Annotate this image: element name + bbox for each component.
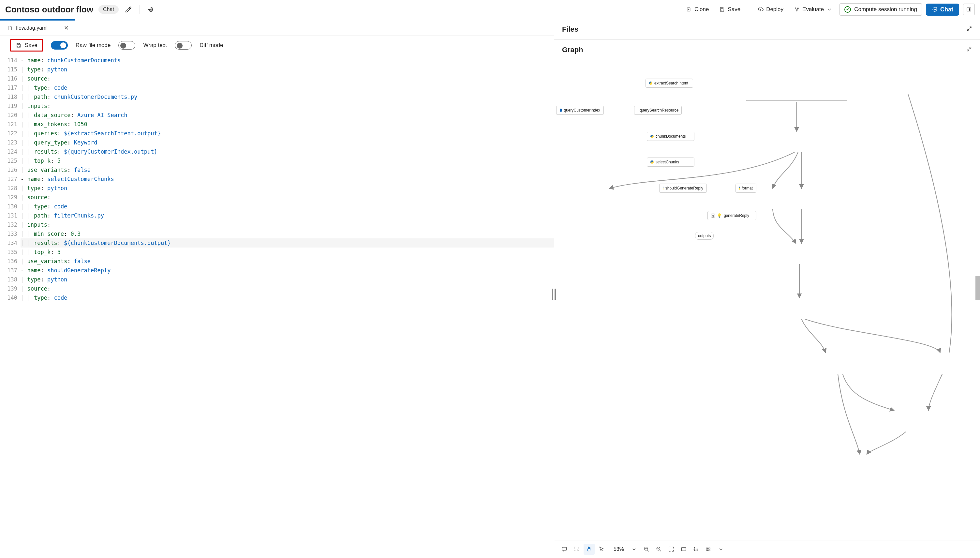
panel-toggle-icon[interactable] bbox=[963, 3, 975, 15]
diff-mode-label: Diff mode bbox=[200, 42, 223, 49]
chevron-down-icon bbox=[826, 7, 833, 12]
node-outputs[interactable]: outputs bbox=[695, 232, 714, 240]
node-query-customer-index[interactable]: queryCustomerIndex bbox=[556, 106, 604, 115]
node-extract-search-intent[interactable]: extractSearchIntent bbox=[646, 79, 693, 88]
svg-point-4 bbox=[934, 10, 934, 10]
svg-rect-18 bbox=[709, 548, 710, 549]
history-icon[interactable] bbox=[145, 3, 157, 15]
python-icon bbox=[651, 135, 654, 138]
evaluate-label: Evaluate bbox=[802, 6, 824, 13]
node-label: queryCustomerIndex bbox=[564, 108, 600, 113]
node-query-search-resource[interactable]: querySearchResource bbox=[634, 106, 682, 115]
zoom-dropdown-icon[interactable] bbox=[629, 544, 640, 555]
python-icon bbox=[663, 187, 664, 190]
select-tool-icon[interactable] bbox=[571, 544, 582, 555]
page-header: Contoso outdoor flow Chat Clone Save Dep… bbox=[0, 0, 980, 19]
save-button[interactable]: Save bbox=[10, 39, 43, 51]
comment-tool-icon[interactable] bbox=[559, 544, 570, 555]
deploy-button[interactable]: Deploy bbox=[754, 4, 787, 15]
collapse-icon[interactable] bbox=[966, 46, 972, 54]
more-dropdown-icon[interactable] bbox=[715, 544, 726, 555]
close-tab-icon[interactable]: ✕ bbox=[51, 25, 69, 32]
graph-panel-header: Graph bbox=[554, 40, 980, 60]
svg-point-6 bbox=[935, 10, 936, 10]
divider bbox=[139, 5, 140, 14]
zoom-in-icon[interactable] bbox=[641, 544, 652, 555]
node-format[interactable]: format bbox=[736, 184, 756, 193]
save-icon bbox=[16, 43, 21, 48]
diff-mode-toggle[interactable] bbox=[175, 41, 192, 49]
minimap-icon[interactable] bbox=[703, 544, 714, 555]
svg-point-5 bbox=[935, 10, 935, 10]
compute-status[interactable]: ✓ Compute session running bbox=[839, 3, 922, 16]
node-label: generateReply bbox=[724, 213, 749, 218]
node-should-generate-reply[interactable]: shouldGenerateReply bbox=[659, 184, 707, 193]
svg-rect-20 bbox=[709, 550, 710, 551]
azure-icon bbox=[560, 108, 562, 112]
deploy-label: Deploy bbox=[766, 6, 783, 13]
auto-layout-icon[interactable] bbox=[690, 544, 701, 555]
expand-icon[interactable] bbox=[966, 25, 972, 34]
chat-button[interactable]: Chat bbox=[926, 3, 959, 16]
raw-mode-label: Raw file mode bbox=[75, 42, 111, 49]
node-chunk-documents[interactable]: chunkDocuments bbox=[647, 132, 695, 141]
compute-label: Compute session running bbox=[854, 6, 917, 13]
svg-rect-7 bbox=[967, 8, 971, 11]
graph-title: Graph bbox=[562, 46, 583, 54]
editor-tabs: flow.dag.yaml ✕ bbox=[0, 19, 554, 36]
python-icon bbox=[651, 161, 654, 164]
main-split: flow.dag.yaml ✕ Save Raw file mode Wrap … bbox=[0, 19, 980, 558]
save-label: Save bbox=[25, 42, 38, 49]
svg-rect-19 bbox=[706, 550, 708, 551]
divider bbox=[749, 5, 749, 14]
node-label: format bbox=[742, 186, 753, 190]
node-label: extractSearchIntent bbox=[654, 81, 688, 85]
svg-rect-11 bbox=[562, 547, 566, 550]
files-panel-header: Files bbox=[554, 19, 980, 40]
node-label: shouldGenerateReply bbox=[665, 186, 703, 190]
pointer-tool-icon[interactable] bbox=[596, 544, 607, 555]
conditional-icon: ▸| bbox=[711, 213, 715, 218]
fit-screen-icon[interactable] bbox=[666, 544, 677, 555]
flow-title: Contoso outdoor flow bbox=[5, 5, 93, 15]
node-generate-reply[interactable]: ▸| 💡 generateReply bbox=[708, 211, 756, 220]
zoom-out-icon[interactable] bbox=[653, 544, 664, 555]
editor-pane: flow.dag.yaml ✕ Save Raw file mode Wrap … bbox=[0, 19, 554, 558]
svg-point-2 bbox=[797, 8, 798, 9]
evaluate-button[interactable]: Evaluate bbox=[791, 4, 836, 15]
python-icon bbox=[739, 187, 740, 190]
check-circle-icon: ✓ bbox=[844, 6, 851, 13]
tab-filename: flow.dag.yaml bbox=[16, 25, 48, 31]
save-label-header: Save bbox=[728, 6, 741, 13]
bulb-icon: 💡 bbox=[717, 213, 722, 218]
wrap-text-toggle[interactable] bbox=[118, 41, 135, 49]
raw-mode-toggle[interactable] bbox=[51, 41, 68, 49]
code-content[interactable]: - name: chunkCustomerDocuments| type: py… bbox=[21, 55, 554, 558]
edit-icon[interactable] bbox=[123, 3, 134, 15]
flow-type-badge: Chat bbox=[98, 5, 119, 14]
clone-button[interactable]: Clone bbox=[683, 4, 712, 15]
line-numbers: 1141151161171181191201211221231241251261… bbox=[0, 55, 21, 558]
graph-canvas[interactable]: extractSearchIntent queryCustomerIndex q… bbox=[554, 60, 980, 540]
node-label: outputs bbox=[698, 233, 711, 238]
svg-point-1 bbox=[795, 8, 796, 9]
zoom-level: 53% bbox=[614, 546, 624, 552]
tab-flow-dag[interactable]: flow.dag.yaml ✕ bbox=[0, 19, 75, 36]
graph-toolbar: 53% 1:1 bbox=[554, 540, 980, 558]
chat-label: Chat bbox=[940, 6, 953, 13]
file-icon bbox=[8, 25, 13, 31]
editor-toolbar: Save Raw file mode Wrap text Diff mode bbox=[0, 36, 554, 55]
svg-text:1:1: 1:1 bbox=[683, 548, 686, 550]
node-label: selectChunks bbox=[656, 160, 679, 164]
scrollbar[interactable] bbox=[975, 276, 980, 300]
node-label: chunkDocuments bbox=[656, 134, 686, 139]
python-icon bbox=[649, 82, 652, 85]
svg-point-3 bbox=[796, 10, 797, 11]
node-select-chunks[interactable]: selectChunks bbox=[647, 158, 695, 167]
actual-size-icon[interactable]: 1:1 bbox=[678, 544, 689, 555]
code-editor[interactable]: 1141151161171181191201211221231241251261… bbox=[0, 55, 554, 558]
pan-tool-icon[interactable] bbox=[583, 544, 595, 555]
save-button-header[interactable]: Save bbox=[716, 4, 744, 15]
right-pane: Files Graph bbox=[554, 19, 980, 558]
files-title: Files bbox=[562, 25, 578, 34]
